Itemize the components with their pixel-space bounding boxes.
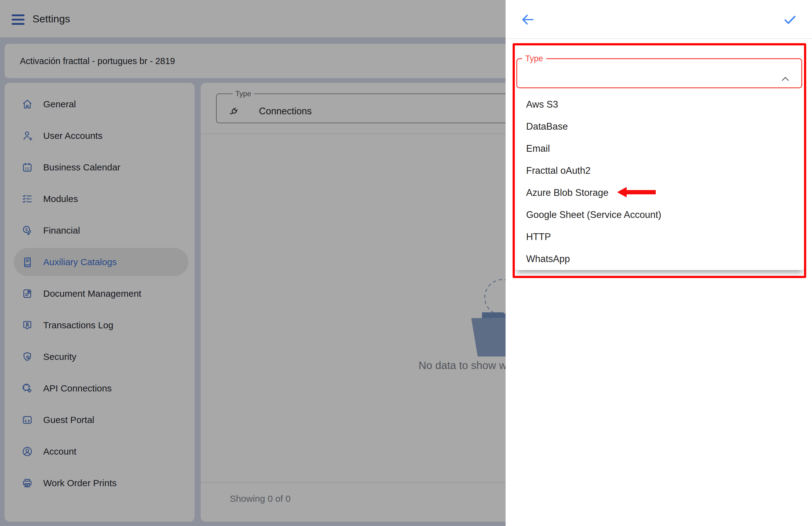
type-options-list: Aws S3DataBaseEmailFracttal oAuth2Azure …	[515, 89, 804, 270]
connection-type-label: Type	[522, 54, 546, 63]
connection-type-select[interactable]: Type	[516, 54, 802, 88]
modal-overlay[interactable]	[0, 0, 506, 526]
fracttal-settings-screen: Settings Activación fracttal - portugues…	[0, 0, 812, 526]
back-arrow-icon[interactable]	[520, 12, 535, 27]
type-option[interactable]: Google Sheet (Service Account)	[515, 204, 804, 226]
type-option[interactable]: Fracttal oAuth2	[515, 160, 804, 182]
type-option[interactable]: WhatsApp	[515, 248, 804, 270]
chevron-up-icon	[780, 76, 790, 82]
type-option[interactable]: Email	[515, 138, 804, 160]
type-option[interactable]: Aws S3	[515, 94, 804, 116]
panel-toolbar	[506, 0, 812, 39]
type-option[interactable]: DataBase	[515, 116, 804, 138]
type-option[interactable]: Azure Blob Storage	[515, 182, 804, 204]
type-option[interactable]: HTTP	[515, 226, 804, 248]
connection-type-panel: Type Aws S3DataBaseEmailFracttal oAuth2A…	[506, 0, 812, 526]
check-icon[interactable]	[783, 12, 797, 27]
